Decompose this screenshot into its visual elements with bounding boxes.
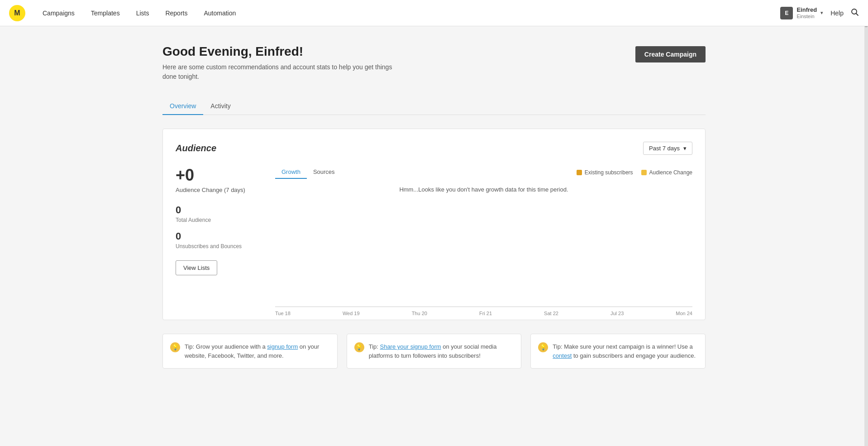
tip-prefix-1: Tip:: [369, 343, 380, 350]
tip-card-1: 💡 Tip: Share your signup form on your so…: [347, 334, 522, 369]
svg-text:M: M: [14, 9, 20, 17]
dropdown-chevron-icon: ▾: [683, 145, 687, 152]
unsub-bounces-stat: 0 Unsubscribes and Bounces: [176, 230, 262, 249]
user-info: Einfred Einstein: [796, 6, 817, 19]
create-campaign-button[interactable]: Create Campaign: [635, 46, 706, 62]
navbar-right: E Einfred Einstein ▾ Help: [780, 6, 859, 19]
legend-existing-label: Existing subscribers: [585, 169, 633, 176]
x-label-3: Fri 21: [479, 311, 492, 316]
tip-icon-2: 💡: [538, 342, 548, 352]
nav-templates[interactable]: Templates: [83, 0, 128, 26]
tip-icon-1: 💡: [354, 342, 364, 352]
help-link[interactable]: Help: [830, 10, 844, 17]
chart-content: Hmm...Looks like you don't have growth d…: [275, 186, 692, 320]
x-label-1: Wed 19: [343, 311, 360, 316]
page-title: Good Evening, Einfred!: [162, 44, 398, 59]
page-subtitle: Here are some custom recommendations and…: [162, 62, 398, 82]
tabs-bar: Overview Activity: [162, 98, 706, 115]
logo[interactable]: M: [9, 5, 25, 21]
x-label-0: Tue 18: [275, 311, 291, 316]
tip-card-2: 💡 Tip: Make sure your next campaign is a…: [530, 334, 706, 369]
nav-campaigns[interactable]: Campaigns: [34, 0, 83, 26]
period-dropdown[interactable]: Past 7 days ▾: [643, 142, 692, 155]
scrollbar[interactable]: [864, 0, 868, 387]
chart-area: Growth Sources Existing subscribers Audi…: [275, 166, 692, 320]
x-label-6: Mon 24: [676, 311, 692, 316]
user-menu[interactable]: E Einfred Einstein ▾: [780, 6, 823, 19]
chart-tab-sources[interactable]: Sources: [307, 166, 341, 179]
chart-tab-links: Growth Sources: [275, 166, 341, 179]
chart-legend: Existing subscribers Audience Change: [577, 169, 692, 176]
tip-link-0[interactable]: signup form: [267, 343, 298, 350]
audience-section: Audience Past 7 days ▾ +0 Audience Chang…: [162, 129, 706, 320]
tip-link-2[interactable]: contest: [553, 352, 572, 359]
chart-tab-growth[interactable]: Growth: [275, 166, 307, 179]
total-audience-stat: 0 Total Audience: [176, 204, 262, 223]
nav-automation[interactable]: Automation: [196, 0, 244, 26]
tip-link-1[interactable]: Share your signup form: [380, 343, 441, 350]
unsub-bounces-label: Unsubscribes and Bounces: [176, 243, 262, 249]
legend-change-dot: [641, 170, 647, 175]
tab-activity[interactable]: Activity: [203, 98, 238, 115]
chart-tabs: Growth Sources Existing subscribers Audi…: [275, 166, 692, 179]
tips-section: 💡 Tip: Grow your audience with a signup …: [162, 334, 706, 369]
navbar: M Campaigns Templates Lists Reports Auto…: [0, 0, 868, 26]
audience-header: Audience Past 7 days ▾: [176, 142, 692, 155]
unsub-bounces-value: 0: [176, 230, 262, 242]
nav-links: Campaigns Templates Lists Reports Automa…: [34, 0, 780, 26]
tip-card-0: 💡 Tip: Grow your audience with a signup …: [162, 334, 338, 369]
user-name: Einfred: [796, 6, 817, 14]
legend-existing-dot: [577, 170, 582, 175]
tip-prefix-2: Tip: Make sure your next campaign is a w…: [553, 343, 693, 350]
page-header: Good Evening, Einfred! Here are some cus…: [162, 44, 706, 82]
x-label-2: Thu 20: [412, 311, 427, 316]
audience-change-value: +0: [176, 166, 262, 185]
main-content: Good Evening, Einfred! Here are some cus…: [149, 26, 719, 387]
audience-title: Audience: [176, 143, 216, 153]
legend-existing-subscribers: Existing subscribers: [577, 169, 633, 176]
tip-suffix-2: to gain subscribers and engage your audi…: [572, 352, 696, 359]
total-audience-value: 0: [176, 204, 262, 216]
tip-prefix-0: Tip: Grow your audience with a: [185, 343, 267, 350]
svg-line-3: [856, 13, 858, 15]
chart-no-data-message: Hmm...Looks like you don't have growth d…: [399, 186, 568, 211]
tip-icon-0: 💡: [170, 342, 180, 352]
period-label: Past 7 days: [649, 145, 680, 152]
user-avatar: E: [780, 7, 793, 19]
chevron-down-icon: ▾: [820, 10, 823, 16]
header-text: Good Evening, Einfred! Here are some cus…: [162, 44, 398, 82]
user-sub: Einstein: [796, 14, 817, 19]
nav-reports[interactable]: Reports: [157, 0, 196, 26]
audience-body: +0 Audience Change (7 days) 0 Total Audi…: [176, 166, 692, 320]
tab-overview[interactable]: Overview: [162, 98, 203, 115]
x-label-4: Sat 22: [544, 311, 558, 316]
audience-stats: +0 Audience Change (7 days) 0 Total Audi…: [176, 166, 275, 320]
chart-x-axis: Tue 18 Wed 19 Thu 20 Fri 21 Sat 22 Jul 2…: [275, 307, 692, 320]
view-lists-button[interactable]: View Lists: [176, 260, 217, 275]
total-audience-label: Total Audience: [176, 217, 262, 223]
x-label-5: Jul 23: [610, 311, 624, 316]
legend-audience-change: Audience Change: [641, 169, 692, 176]
search-icon[interactable]: [851, 8, 859, 18]
legend-change-label: Audience Change: [649, 169, 692, 176]
nav-lists[interactable]: Lists: [128, 0, 157, 26]
audience-change-label: Audience Change (7 days): [176, 187, 262, 193]
